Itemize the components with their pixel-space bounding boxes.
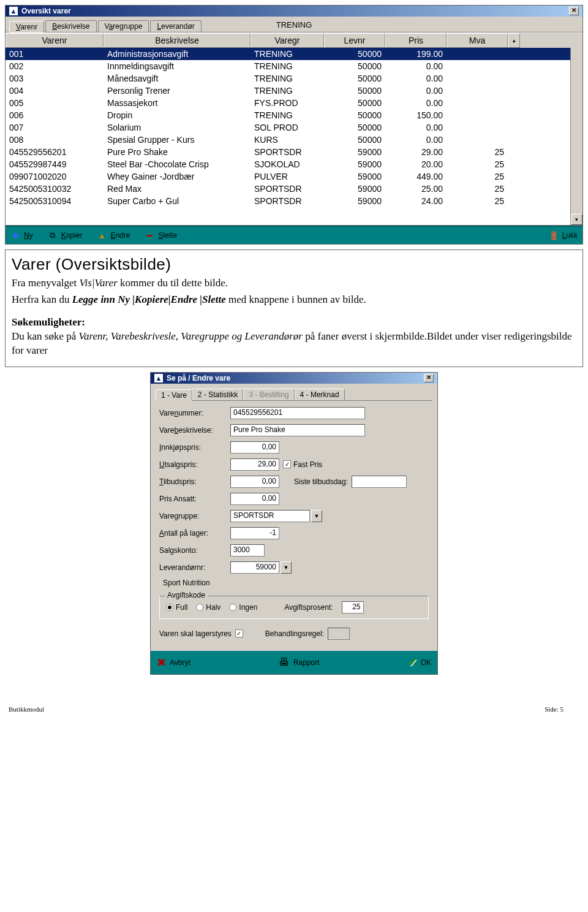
grid-body: 001AdministrasjonsavgiftTRENING50000199.… [6,48,582,226]
utsalgspris-field[interactable]: 29,00 [230,458,279,471]
edit-icon: ▲ [97,230,107,240]
ny-button[interactable]: ✚ Ny [10,230,33,240]
vertical-scrollbar[interactable]: ▾ [570,48,582,225]
tab-varegruppe[interactable]: Varegruppe [98,20,149,32]
label-innkjopspris: Innkjøpspris: [159,443,227,452]
tab-leverandor[interactable]: Leverandør [150,20,201,32]
col-varenr[interactable]: Varenr [6,33,104,48]
tab-merknad[interactable]: 4 - Merknad [295,389,345,400]
table-row[interactable]: 005MassasjekortFYS.PROD500000.00 [6,97,582,109]
varebeskrivelse-field[interactable]: Pure Pro Shake [230,424,365,436]
delete-icon: ━ [145,230,154,240]
doc-line-1: Fra menyvalget Vis|Varer kommer du til d… [12,276,576,291]
slette-button[interactable]: ━ Slette [145,230,177,240]
ok-button[interactable]: ✔ OK [408,656,431,669]
lukk-button[interactable]: 🚪 Lukk [549,230,578,240]
filter-label: TRENING [276,20,312,29]
radio-ingen[interactable]: Ingen [229,603,257,612]
fieldset-legend: Avgiftskode [165,591,208,599]
table-row[interactable]: 045529987449Steel Bar -Chocolate CrispSJ… [6,158,582,170]
label-varenummer: Varenummer: [159,409,227,417]
col-levnr[interactable]: Levnr [324,33,385,48]
tilbudspris-field[interactable]: 0,00 [230,476,279,488]
radio-icon [229,604,236,611]
label-varebeskrivelse: Varebeskrivelse: [159,426,227,435]
label-antall-lager: Antall på lager: [159,529,227,538]
doc-title: Varer (Oversiktsbilde) [12,254,576,275]
label-varegruppe: Varegruppe: [159,512,227,520]
col-pris[interactable]: Pris [385,33,447,48]
radio-full[interactable]: Full [166,603,187,612]
close-icon[interactable]: ✕ [569,7,579,15]
table-row[interactable]: 003MånedsavgiftTRENING500000.00 [6,72,582,85]
col-beskrivelse[interactable]: Beskrivelse [104,33,251,48]
endre-vare-dialog: ▲ Se på / Endre vare ✕ 1 - Vare 2 - Stat… [150,372,438,675]
dialog-footer: ✖ Avbryt 🖶 Rapport ✔ OK [151,651,437,674]
radio-halv[interactable]: Halv [196,603,221,612]
app-icon: ▲ [154,374,163,382]
tab-statistikk[interactable]: 2 - Statistikk [192,389,243,400]
form-body: Varenummer: 045529556201 Varebeskrivelse… [151,401,437,651]
varenummer-field[interactable]: 045529556201 [230,407,365,419]
cancel-icon: ✖ [157,656,166,669]
fastpris-checkbox[interactable]: ✓ Fast Pris [283,460,322,469]
leverandor-name: Sport Nutrition [163,579,210,587]
window-title: Oversikt varer [21,7,71,15]
door-icon: 🚪 [549,230,559,240]
radio-icon [196,604,203,611]
doc-line-2: Herfra kan du Legge inn Ny |Kopiere|Endr… [12,293,576,307]
rapport-button[interactable]: 🖶 Rapport [279,656,320,669]
table-row[interactable]: 5425005310094Super Carbo + GulSPORTSDR59… [6,195,582,207]
label-tilbudspris: Tilbudspris: [159,477,227,486]
radio-icon [166,604,173,611]
chevron-down-icon[interactable]: ▼ [281,561,292,574]
search-tabs: Varenr Beskrivelse Varegruppe Leverandør… [6,17,582,32]
grid-header: Varenr Beskrivelse Varegr Levnr Pris Mva… [6,32,582,48]
salgskonto-field[interactable]: 3000 [230,544,265,557]
printer-icon: 🖶 [279,656,290,669]
table-row[interactable]: 007SolariumSOL PROD500000.00 [6,121,582,134]
footer-left: Butikkmodul [9,705,44,713]
chevron-down-icon[interactable]: ▼ [311,510,322,522]
close-icon[interactable]: ✕ [424,374,434,382]
avgiftsprosent-field[interactable]: 25 [342,601,364,614]
tab-vare[interactable]: 1 - Vare [156,389,192,401]
table-row[interactable]: 5425005310032Red MaxSPORTSDR5900025.0025 [6,183,582,195]
check-icon: ✔ [408,656,417,669]
lagerstyres-checkbox[interactable]: ✓ [235,629,243,637]
table-row[interactable]: 004Personlig TrenerTRENING500000.00 [6,85,582,97]
app-icon: ▲ [9,7,18,15]
doc-description: Varer (Oversiktsbilde) Fra menyvalget Vi… [5,249,583,367]
table-row[interactable]: 099071002020Whey Gainer -JordbærPULVER59… [6,170,582,183]
oversikt-varer-window: ▲ Oversikt varer ✕ Varenr Beskrivelse Va… [5,5,583,245]
scroll-up-icon[interactable]: ▴ [508,33,520,48]
col-varegr[interactable]: Varegr [251,33,324,48]
table-row[interactable]: 008Spesial Grupper - KursKURS500000.00 [6,134,582,146]
footer-right: Side: 5 [545,705,564,713]
dialog-tabs: 1 - Vare 2 - Statistikk 3 - Bestilling 4… [156,389,432,401]
scroll-down-icon[interactable]: ▾ [571,214,582,225]
leverandornr-combo[interactable]: 59000 ▼ [230,561,292,574]
behandlingsregel-field[interactable] [328,628,350,640]
kopier-button[interactable]: ⧉ Kopier [48,230,83,240]
innkjopspris-field[interactable]: 0,00 [230,441,279,454]
plus-icon: ✚ [10,230,20,240]
antall-lager-field[interactable]: -1 [230,527,279,539]
tab-varenr[interactable]: Varenr [9,21,44,32]
endre-button[interactable]: ▲ Endre [97,230,130,240]
avbryt-button[interactable]: ✖ Avbryt [157,656,190,669]
avgiftskode-group: Avgiftskode Full Halv Ingen Avgiftsprose [159,596,429,619]
pris-ansatt-field[interactable]: 0,00 [230,493,279,505]
label-pris-ansatt: Pris Ansatt: [159,495,227,503]
col-mva[interactable]: Mva [447,33,508,48]
table-row[interactable]: 002InnmeldingsavgiftTRENING500000.00 [6,60,582,72]
table-row[interactable]: 001AdministrasjonsavgiftTRENING50000199.… [6,48,582,60]
tab-beskrivelse[interactable]: Beskrivelse [45,20,96,32]
siste-tilbudsdag-field[interactable] [352,476,407,488]
tab-bestilling: 3 - Bestilling [243,389,294,400]
page-footer: Butikkmodul Side: 5 [0,687,588,719]
dialog-titlebar: ▲ Se på / Endre vare ✕ [151,373,437,384]
table-row[interactable]: 045529556201Pure Pro ShakeSPORTSDR590002… [6,146,582,158]
varegruppe-combo[interactable]: SPORTSDR ▼ [230,510,322,522]
table-row[interactable]: 006DropinTRENING50000150.00 [6,109,582,121]
